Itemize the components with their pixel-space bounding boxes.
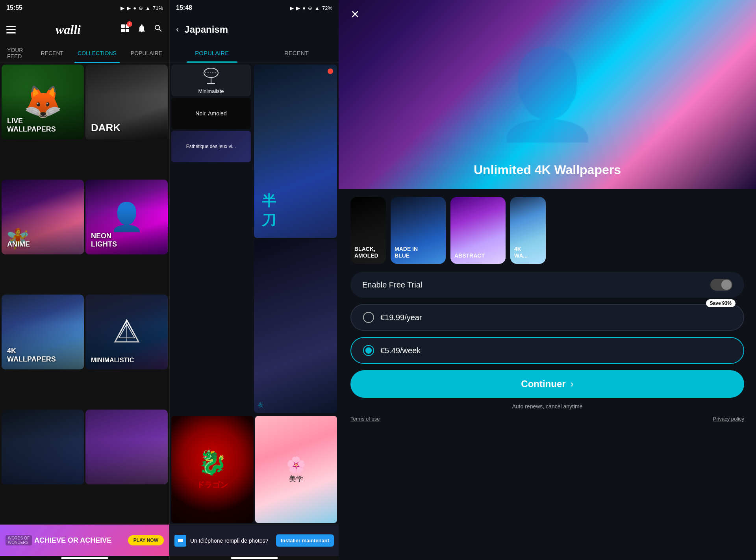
tab-recent-p2[interactable]: RECENT [254, 43, 339, 63]
youtube-icon2: ▶ [127, 5, 131, 11]
thumb-label: 4KWA... [514, 246, 542, 259]
legal-links: Terms of use Privacy policy [339, 416, 756, 422]
kanji-text: 半刀 [262, 191, 276, 230]
pricing-yearly[interactable]: Save 93% €19.99/year [350, 304, 744, 331]
pricing-weekly[interactable]: €5.49/week [350, 337, 744, 364]
red-indicator [328, 69, 333, 74]
thumb-made-in-blue[interactable]: MADE INBLUE [391, 197, 446, 264]
panel2-japanism: 15:48 ▶ ▶ ● ⊖ ▲ 72% ‹ Japanism POPULAIRE… [169, 0, 339, 560]
ad-content: WORDS OFWONDERS ACHIEVE OR ACHEIVE [6, 535, 124, 545]
collections-icon[interactable]: ! [120, 24, 130, 35]
hero-person: 👤 [339, 0, 756, 189]
thumb-black-amoled[interactable]: BLACK,AMOLED [350, 197, 386, 264]
wallpaper-japan-street[interactable]: 半刀 [254, 65, 337, 238]
radio-weekly [363, 345, 374, 356]
panel1-status-icons: ▶ ▶ ● ⊖ ▲ 71% [120, 5, 163, 11]
radio-yearly [363, 312, 374, 323]
panel1-status-bar: 15:55 ▶ ▶ ● ⊖ ▲ 71% [0, 0, 169, 16]
grid-item-dark[interactable]: DARK [85, 65, 168, 139]
ad-icon [174, 535, 186, 547]
thumb-4kwa[interactable]: 4KWA... [510, 197, 546, 264]
dragon-content: 🐉 ドラゴン [171, 416, 254, 523]
wp-bg: 夜 [254, 239, 337, 413]
grid-item-bottom2[interactable] [85, 410, 168, 484]
nav-line [61, 557, 108, 559]
panel2-ad[interactable]: Un téléphone rempli de photos? Installer… [170, 525, 339, 556]
free-trial-toggle[interactable] [710, 279, 732, 291]
grid-item-minimalistic[interactable]: MINIMALISTIC [85, 295, 168, 369]
dragon-emoji: 🐉 [198, 449, 227, 477]
terms-of-use-link[interactable]: Terms of use [350, 416, 380, 422]
category-noir-amoled[interactable]: Noir, Amoled [171, 98, 251, 129]
signal-icon: ⊖ [139, 5, 143, 11]
grid-item-anime[interactable]: 🧚 ANIME [2, 180, 84, 254]
wifi-icon: ▲ [145, 5, 150, 11]
panel2-status-bar: 15:48 ▶ ▶ ● ⊖ ▲ 72% [170, 0, 339, 16]
app-header: walli ! [0, 16, 169, 43]
thumb-label: BLACK,AMOLED [354, 246, 382, 259]
close-button[interactable]: ✕ [350, 8, 359, 21]
menu-button[interactable] [6, 26, 16, 33]
panel2-content: Minimaliste Noir, Amoled Esthétique des … [170, 63, 339, 414]
city-label: 夜 [258, 402, 263, 409]
grid-label: NEONLIGHTS [91, 232, 117, 249]
ad-banner[interactable]: WORDS OFWONDERS ACHIEVE OR ACHEIVE PLAY … [0, 525, 169, 556]
panel2-ad-cta[interactable]: Installer maintenant [276, 534, 334, 547]
privacy-policy-link[interactable]: Privacy policy [713, 416, 744, 422]
category-esthetique[interactable]: Esthétique des jeux vi... [171, 131, 251, 162]
panel2-status-icons: ▶ ▶ ● ⊖ ▲ 72% [290, 5, 332, 11]
continuer-arrow-icon: › [571, 378, 574, 389]
wallpaper-dragon[interactable]: 🐉 ドラゴン [171, 416, 254, 523]
svg-rect-0 [121, 24, 125, 28]
cat-label: Minimaliste [198, 88, 224, 94]
yt-icon: ▶ [290, 5, 294, 11]
ad-main-text: ACHIEVE OR ACHEIVE [34, 536, 111, 545]
thumb-label: MADE INBLUE [395, 246, 442, 259]
battery-icon: 71% [153, 5, 163, 11]
thumb-abstract[interactable]: ABSTRACT [450, 197, 506, 264]
tab-populaire-p2[interactable]: POPULAIRE [170, 43, 254, 63]
grid-label: ANIME [7, 240, 30, 249]
grid-label: LIVEWALLPAPERS [7, 117, 56, 134]
continuer-label: Continuer [521, 378, 565, 389]
free-trial-section[interactable]: Enable Free Trial [350, 272, 744, 298]
panel2-wallpapers: 半刀 夜 [252, 63, 339, 414]
wifi-icon: ▲ [315, 5, 320, 11]
grid-item-live-wallpapers[interactable]: 🦊 LIVEWALLPAPERS [2, 65, 84, 139]
category-minimaliste[interactable]: Minimaliste [171, 65, 251, 96]
signal-icon: ⊖ [308, 5, 312, 11]
bell-icon[interactable] [137, 24, 146, 35]
panel1-time: 15:55 [6, 4, 22, 11]
dot-icon: ● [302, 5, 306, 11]
save-badge: Save 93% [706, 299, 736, 307]
youtube-icon: ▶ [120, 5, 124, 11]
tab-populaire[interactable]: POPULAIRE [128, 43, 165, 63]
hero-image: 👤 Unlimited 4K Wallpapers [339, 0, 756, 189]
cat-label: Noir, Amoled [195, 110, 226, 117]
grid-label: DARK [91, 122, 120, 134]
cat-content: Minimaliste [198, 67, 224, 94]
panel2-categories: Minimaliste Noir, Amoled Esthétique des … [170, 63, 252, 414]
panel2-ad-text: Un téléphone rempli de photos? [190, 538, 272, 544]
ad-cta-button[interactable]: PLAY NOW [128, 535, 164, 545]
grid-item-bottom1[interactable] [2, 410, 84, 484]
tab-recent[interactable]: RECENT [37, 43, 67, 63]
tab-collections[interactable]: COLLECTIONS [74, 43, 120, 63]
overlay [2, 410, 84, 484]
tab-your-feed[interactable]: YOUR FEED [4, 43, 30, 63]
wallpaper-japan-city[interactable]: 夜 [254, 239, 337, 413]
grid-item-neon-lights[interactable]: 👤 NEONLIGHTS [85, 180, 168, 254]
panel2-bottom-indicator [170, 556, 339, 560]
pricing-weekly-label: €5.49/week [380, 346, 421, 355]
continuer-button[interactable]: Continuer › [350, 370, 744, 398]
grid-item-4k[interactable]: 4KWALLPAPERS [2, 295, 84, 369]
wallpaper-pagoda[interactable]: 🌸 美学 [255, 416, 337, 523]
toggle-knob [721, 280, 732, 290]
bottom-nav-indicator [0, 556, 169, 560]
nav-tabs: YOUR FEED RECENT COLLECTIONS POPULAIRE [0, 43, 169, 63]
back-button[interactable]: ‹ [176, 24, 179, 35]
search-icon[interactable] [154, 24, 163, 35]
panel2-title: Japanism [184, 24, 228, 35]
panel2-time: 15:48 [176, 4, 192, 11]
thumb-label: ABSTRACT [454, 252, 502, 259]
